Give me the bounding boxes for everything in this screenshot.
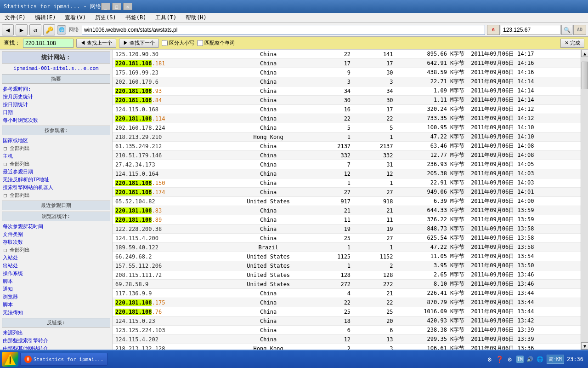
find-close-button[interactable]: ✕ 完成 — [560, 39, 584, 48]
table-cell-ip: 123.125.224.103 — [113, 326, 226, 335]
table-cell-date: 2011年09月06日 14:08 — [467, 151, 581, 160]
menu-edit[interactable]: 编辑(E) — [32, 13, 59, 23]
sidebar-item-exit[interactable]: 出站处 — [2, 262, 110, 270]
case-sensitive-option[interactable]: 区分大小写 — [162, 40, 194, 46]
search-input[interactable] — [501, 25, 560, 35]
sidebar-item-country-all: □ 全部列出 — [2, 144, 110, 152]
tray-icon-6[interactable]: 🌐 — [537, 356, 544, 363]
tray-icon-5[interactable]: 🔊 — [526, 356, 534, 363]
scrollbar-up-button[interactable]: ▲ — [581, 50, 588, 57]
case-sensitive-checkbox[interactable] — [162, 40, 168, 46]
table-cell-col3: 12 — [311, 335, 353, 344]
table-cell-country: China — [226, 151, 311, 160]
table-cell-country: China — [226, 68, 311, 77]
table-row: 202.160.179.6China3322.71 K字节2011年09月06日… — [113, 77, 581, 86]
menu-view[interactable]: 查看(V) — [62, 13, 89, 23]
table-cell-col3: 25 — [311, 307, 353, 316]
menu-file[interactable]: 文件(F) — [2, 13, 28, 23]
table-row: 122.228.200.38China1919848.73 K字节2011年09… — [113, 224, 581, 234]
sidebar-item-hourly[interactable]: 每小时浏览次数 — [2, 116, 110, 124]
forward-button[interactable]: ▶ — [16, 24, 28, 35]
whole-word-option[interactable]: 匹配整个单词 — [197, 40, 235, 46]
table-cell-ip: 66.249.68.2 — [113, 252, 226, 261]
menu-bookmarks[interactable]: 书签(B) — [123, 13, 149, 23]
menu-tools[interactable]: 工具(T) — [153, 13, 179, 23]
vertical-scrollbar[interactable]: ▲ ▼ — [581, 50, 588, 350]
maximize-button[interactable]: □ — [112, 3, 121, 10]
sidebar-item-search-engines[interactable]: 由那些搜索引擎转介 — [2, 337, 110, 345]
sidebar-item-access[interactable]: 存取次数 — [2, 238, 110, 246]
tray-icon-1[interactable]: ⚙ — [486, 356, 493, 363]
nav-bar: ◀ ▶ ↺ 🔑 🌐 网络 G 🔍 AD — [0, 23, 588, 37]
table-cell-date: 2011年09月06日 13:58 — [467, 224, 581, 234]
table-cell-col3: 2 — [311, 344, 353, 350]
sidebar-item-notify1[interactable]: 通知 — [2, 285, 110, 293]
address-input[interactable] — [82, 25, 485, 35]
scrollbar-track[interactable] — [581, 57, 588, 342]
menu-history[interactable]: 历史(S) — [92, 13, 119, 23]
table-cell-size: 11.05 M字节 — [396, 252, 468, 261]
sidebar-item-date[interactable]: 日期 — [2, 109, 110, 116]
whole-word-checkbox[interactable] — [197, 40, 203, 46]
tray-icon-4[interactable]: IM — [516, 356, 524, 363]
table-area[interactable]: 125.120.90.30China22141895.66 K字节2011年09… — [113, 50, 581, 350]
minimize-button[interactable]: _ — [101, 3, 110, 10]
sidebar-item-monthly[interactable]: 按月历史统计 — [2, 93, 110, 101]
whole-word-label: 匹配整个单词 — [204, 40, 235, 46]
find-bar: 查找： ◀ 查找上一个 ▶ 查找下一个 区分大小写 匹配整个单词 ✕ 完成 — [0, 37, 588, 50]
sidebar-item-entry[interactable]: 入站处 — [2, 254, 110, 262]
sidebar-item-source-list[interactable]: 来源列出 — [2, 329, 110, 337]
scrollbar-down-button[interactable]: ▼ — [581, 342, 588, 350]
sidebar-site[interactable]: ipmaimai-001-site1.s...e.com — [2, 65, 110, 71]
sidebar-item-unknown[interactable]: 无法得知 — [2, 309, 110, 316]
sidebar-item-referer-time[interactable]: 参考观时间: — [2, 85, 110, 93]
table-cell-col3: 22 — [311, 298, 353, 307]
sidebar-item-browser-list[interactable]: 浏览器 — [2, 293, 110, 301]
table-cell-country: China — [226, 188, 311, 197]
close-button[interactable]: ✕ — [123, 3, 132, 10]
start-area — [2, 352, 18, 367]
sidebar-item-lastvisit[interactable]: 最近参观日期 — [2, 168, 110, 176]
table-cell-col3: 34 — [311, 86, 353, 96]
ime-button[interactable]: 简·KM — [547, 355, 564, 364]
find-prev-button[interactable]: ◀ 查找上一个 — [76, 39, 116, 48]
table-cell-date: 2011年09月06日 13:58 — [467, 243, 581, 252]
addon-button[interactable]: AD — [573, 25, 586, 35]
tray-icon-2[interactable]: ❓ — [496, 356, 503, 363]
menu-help[interactable]: 帮助(H) — [183, 13, 209, 23]
sidebar-item-robots[interactable]: 搜索引擎网站的机器人 — [2, 184, 110, 191]
table-row: 124.115.0.23China1820420.93 K字节2011年09月0… — [113, 316, 581, 326]
table-cell-col3: 1 — [311, 178, 353, 188]
table-cell-size: 376.22 K字节 — [396, 215, 468, 224]
scrollbar-thumb[interactable] — [582, 62, 588, 89]
back-button[interactable]: ◀ — [2, 24, 14, 35]
sidebar-item-other-sites[interactable]: 由那些其他网站转介 — [2, 345, 110, 350]
table-cell-col4: 21 — [353, 289, 396, 298]
table-cell-size: 733.35 K字节 — [396, 114, 468, 123]
table-row: 220.181.108.83China2121644.33 K字节2011年09… — [113, 206, 581, 215]
find-next-button[interactable]: ▶ 查找下一个 — [119, 39, 159, 48]
key-button[interactable]: 🔑 — [43, 24, 55, 35]
sidebar-item-unresolved[interactable]: 无法反解析的IP地址 — [2, 176, 110, 184]
table-cell-col3: 22 — [311, 114, 353, 123]
search-button[interactable]: 🔍 — [561, 25, 572, 35]
taskbar-browser-button[interactable]: O Statistics for ipmai... — [20, 353, 107, 366]
start-icon[interactable] — [2, 352, 18, 367]
table-cell-country: China — [226, 142, 311, 151]
reload-button[interactable]: ↺ — [29, 24, 41, 35]
sidebar-item-script1[interactable]: 脚本 — [2, 277, 110, 285]
sidebar-item-script2[interactable]: 脚本 — [2, 301, 110, 309]
sidebar-item-visit-time[interactable]: 每次参观所花时间 — [2, 223, 110, 230]
sidebar-item-country[interactable]: 国家或地区 — [2, 137, 110, 144]
sidebar-item-daily[interactable]: 按日期统计 — [2, 101, 110, 109]
table-cell-size: 205.38 K字节 — [396, 169, 468, 178]
table-cell-ip: 220.181.108.181 — [113, 59, 226, 68]
sidebar-item-os[interactable]: 操作系统 — [2, 270, 110, 277]
sidebar-item-host[interactable]: 主机 — [2, 152, 110, 160]
tray-icon-3[interactable]: ⚙ — [506, 356, 514, 363]
sidebar-item-filetype[interactable]: 文件类别 — [2, 230, 110, 238]
table-cell-size: 299.35 K字节 — [396, 335, 468, 344]
find-input[interactable] — [23, 39, 74, 48]
table-cell-country: China — [226, 105, 311, 114]
table-cell-date: 2011年09月06日 14:17 — [467, 50, 581, 59]
